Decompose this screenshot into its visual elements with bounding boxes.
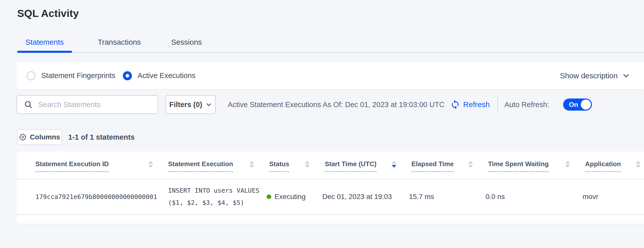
as-of-text: Active Statement Executions As Of: Dec 0… — [228, 101, 445, 109]
radio-active-executions[interactable]: Active Executions — [123, 71, 195, 80]
columns-button-label: Columns — [30, 133, 60, 141]
page-title: SQL Activity — [17, 8, 79, 19]
sort-icon[interactable] — [565, 161, 570, 168]
radio-label: Statement Fingerprints — [41, 71, 115, 80]
sort-icon[interactable] — [305, 161, 310, 168]
tab-statements[interactable]: Statements — [17, 38, 72, 46]
show-description-toggle[interactable]: Show description — [560, 71, 630, 80]
cell-application: movr — [583, 193, 644, 201]
filters-button-label: Filters (0) — [169, 101, 202, 109]
view-mode-card: Statement Fingerprints Active Executions… — [16, 62, 644, 89]
columns-button[interactable]: Columns — [17, 129, 62, 145]
tab-sessions[interactable]: Sessions — [163, 38, 211, 46]
column-header-status[interactable]: Status — [269, 160, 325, 172]
sort-icon-desc-active[interactable] — [392, 161, 396, 168]
column-header-statement-execution[interactable]: Statement Execution — [168, 160, 269, 172]
results-row: Columns 1-1 of 1 statements — [17, 129, 644, 145]
column-header-time-spent-waiting[interactable]: Time Spent Waiting — [488, 160, 585, 172]
radio-unselected-icon — [27, 71, 36, 80]
column-header-elapsed-time[interactable]: Elapsed Time — [411, 160, 488, 172]
tab-transactions[interactable]: Transactions — [90, 38, 149, 46]
search-input-wrapper — [16, 95, 158, 114]
table-row[interactable]: 179cca7921e679b80000000000000001 INSERT … — [16, 179, 644, 215]
refresh-icon — [450, 100, 460, 110]
statements-table: Statement Execution ID Statement Executi… — [16, 152, 644, 224]
cell-elapsed-time: 15.7 ms — [409, 193, 486, 201]
cell-execution-id[interactable]: 179cca7921e679b80000000000000001 — [16, 193, 168, 201]
sort-icon[interactable] — [468, 161, 473, 168]
status-executing-dot-icon — [267, 194, 271, 199]
radio-selected-icon — [123, 71, 132, 80]
search-input[interactable] — [38, 101, 149, 109]
column-header-application[interactable]: Application — [585, 160, 644, 172]
refresh-label: Refresh — [463, 100, 490, 109]
sort-icon[interactable] — [249, 161, 254, 168]
auto-refresh-toggle[interactable]: On — [563, 98, 592, 111]
status-label: Executing — [274, 193, 306, 201]
sort-icon[interactable] — [148, 161, 153, 168]
toggle-knob — [581, 100, 591, 110]
sort-icon[interactable] — [636, 161, 640, 168]
toggle-state-label: On — [569, 101, 578, 109]
chevron-down-icon — [206, 102, 212, 108]
tab-bar: Statements Transactions Sessions — [17, 36, 644, 53]
controls-row: Filters (0) Active Statement Executions … — [16, 95, 644, 114]
cell-statement[interactable]: INSERT INTO users VALUES ($1, $2, $3, $4… — [168, 185, 267, 209]
cell-time-spent-waiting: 0.0 ns — [486, 193, 583, 201]
search-icon — [24, 100, 33, 109]
cell-start-time: Dec 01, 2023 at 19:03 — [322, 193, 409, 201]
column-header-start-time[interactable]: Start Time (UTC) — [325, 160, 411, 172]
results-count: 1-1 of 1 statements — [68, 133, 135, 141]
column-header-statement-execution-id[interactable]: Statement Execution ID — [16, 160, 168, 172]
gear-icon — [19, 134, 26, 141]
cell-status: Executing — [267, 193, 322, 201]
radio-statement-fingerprints[interactable]: Statement Fingerprints — [27, 71, 115, 80]
divider — [497, 96, 498, 113]
filters-button[interactable]: Filters (0) — [166, 95, 216, 114]
refresh-button[interactable]: Refresh — [450, 100, 490, 110]
chevron-down-icon — [622, 72, 630, 80]
sql-activity-page: SQL Activity Statements Transactions Ses… — [0, 0, 644, 248]
show-description-label: Show description — [560, 71, 618, 80]
table-header-row: Statement Execution ID Statement Executi… — [16, 152, 644, 179]
radio-label: Active Executions — [137, 71, 195, 80]
auto-refresh-label: Auto Refresh: — [504, 101, 549, 109]
